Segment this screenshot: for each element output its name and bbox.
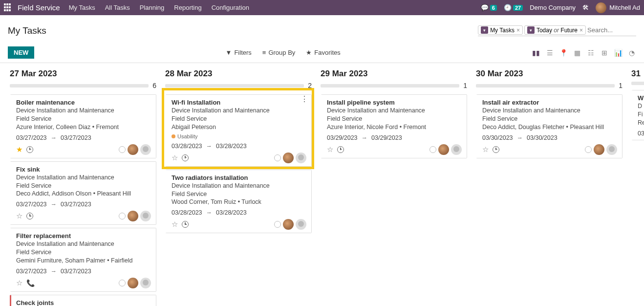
groupby-button[interactable]: ≡Group By	[262, 49, 296, 56]
nav-planning[interactable]: Planning	[140, 4, 165, 11]
phone-icon[interactable]: 📞	[26, 279, 35, 287]
search-input[interactable]	[587, 26, 636, 34]
state-circle-icon[interactable]	[429, 146, 436, 153]
task-card[interactable]: ⋮Wi-fi InstallationDevice Installation a…	[165, 94, 312, 167]
messages-button[interactable]: 💬 6	[481, 4, 497, 11]
filter-icon: ▾	[527, 26, 535, 34]
state-circle-icon[interactable]	[119, 213, 126, 219]
state-circle-icon[interactable]	[274, 221, 281, 228]
task-card[interactable]: Fix sinkDevice Installation and Maintena…	[10, 161, 156, 225]
priority-star-icon[interactable]	[172, 153, 178, 162]
card-line: Re	[638, 119, 641, 127]
nav-my-tasks[interactable]: My Tasks	[69, 4, 95, 11]
priority-star-icon[interactable]	[16, 145, 22, 154]
task-card[interactable]: Filter replacementDevice Installation an…	[10, 228, 156, 292]
task-card[interactable]: WDFiRe03→	[631, 90, 644, 140]
pivot-view-icon[interactable]: ⊞	[600, 48, 609, 57]
app-brand[interactable]: Field Service	[18, 3, 60, 12]
card-dates: 03/28/2023→03/28/2023	[172, 143, 306, 150]
activity-clock-icon[interactable]	[337, 146, 344, 153]
favorites-button[interactable]: ★Favorites	[306, 49, 340, 56]
user-menu[interactable]: Mitchell Ad	[596, 2, 640, 13]
priority-star-icon[interactable]	[16, 279, 22, 287]
state-circle-icon[interactable]	[585, 146, 592, 153]
apps-icon[interactable]	[4, 3, 13, 12]
column-progress-bar[interactable]	[476, 84, 615, 87]
task-card[interactable]: Two radiators installationDevice Install…	[165, 170, 312, 234]
priority-star-icon[interactable]	[16, 212, 22, 220]
user-avatar[interactable]	[451, 144, 462, 155]
chip-label: Today or Future	[537, 27, 578, 34]
card-dates: 03/27/2023→03/27/2023	[16, 201, 151, 208]
date-end: 03/29/2023	[371, 134, 402, 141]
card-line: Device Installation and Maintenance	[172, 107, 306, 115]
user-avatar[interactable]	[296, 153, 306, 163]
column-progress-bar[interactable]	[10, 84, 149, 87]
activity-clock-icon[interactable]	[26, 213, 33, 219]
column-date: 31	[631, 69, 644, 79]
state-circle-icon[interactable]	[274, 154, 281, 161]
activity-clock-icon[interactable]	[182, 221, 189, 228]
state-circle-icon[interactable]	[119, 146, 126, 153]
card-title: Two radiators installation	[172, 174, 306, 181]
task-card[interactable]: Boiler maintenanceDevice Installation an…	[10, 94, 156, 158]
activities-button[interactable]: 🕘 27	[504, 4, 523, 11]
filter-chip-my-tasks[interactable]: ▾ My Tasks ×	[478, 25, 523, 35]
activity-clock-icon[interactable]	[493, 146, 499, 153]
assignee-avatar[interactable]	[128, 278, 138, 288]
card-right-icons	[119, 211, 151, 221]
view-switcher: ▮▮ ☰ 📍 ▦ ☷ ⊞ 📊 ◔	[532, 48, 636, 57]
column-count: 1	[463, 82, 467, 89]
top-nav: Field Service My Tasks All Tasks Plannin…	[0, 0, 644, 15]
kanban-view-icon[interactable]: ▮▮	[532, 48, 540, 57]
map-view-icon[interactable]: 📍	[559, 48, 568, 57]
card-menu-icon[interactable]: ⋮	[301, 98, 308, 101]
card-footer	[172, 219, 306, 230]
user-avatar[interactable]	[140, 278, 151, 288]
list-view-icon[interactable]: ☰	[545, 48, 554, 57]
search-area[interactable]: ▾ My Tasks × ▾ Today or Future ×	[478, 25, 636, 36]
new-button[interactable]: NEW	[8, 46, 34, 59]
calendar-view-icon[interactable]: ▦	[573, 48, 581, 57]
user-avatar[interactable]	[296, 219, 306, 230]
nav-all-tasks[interactable]: All Tasks	[105, 4, 130, 11]
date-end: 03/27/2023	[61, 201, 91, 208]
column-progress-bar[interactable]	[631, 82, 644, 85]
assignee-avatar[interactable]	[128, 144, 138, 155]
state-circle-icon[interactable]	[119, 280, 126, 286]
user-avatar[interactable]	[606, 144, 617, 155]
assignee-avatar[interactable]	[283, 219, 294, 230]
chip-remove[interactable]: ×	[516, 27, 520, 34]
assignee-avatar[interactable]	[438, 144, 449, 155]
card-line: Field Service	[16, 248, 151, 257]
graph-view-icon[interactable]: 📊	[614, 48, 623, 57]
priority-star-icon[interactable]	[482, 145, 489, 154]
priority-star-icon[interactable]	[172, 220, 178, 229]
settings-button[interactable]: 🛠	[582, 4, 589, 11]
column-progress-bar[interactable]	[321, 84, 459, 87]
filter-chip-today-future[interactable]: ▾ Today or Future ×	[524, 25, 586, 35]
activity-clock-icon[interactable]	[182, 154, 189, 161]
task-card[interactable]: Install pipeline systemDevice Installati…	[321, 94, 467, 158]
nav-reporting[interactable]: Reporting	[174, 4, 201, 11]
column-date: 30 Mar 2023	[476, 69, 623, 79]
task-card[interactable]: Install air extractorDevice Installation…	[476, 94, 623, 158]
gantt-view-icon[interactable]: ☷	[586, 48, 595, 57]
nav-configuration[interactable]: Configuration	[212, 4, 249, 11]
chip-remove[interactable]: ×	[580, 27, 583, 34]
user-avatar[interactable]	[140, 144, 151, 155]
user-avatar[interactable]	[140, 211, 151, 221]
priority-star-icon[interactable]	[327, 145, 333, 154]
column-progress-bar[interactable]	[165, 84, 304, 87]
activity-clock-icon[interactable]	[26, 146, 33, 153]
task-card[interactable]: Check jointsDevice Installation and Main…	[10, 295, 156, 306]
kanban-column: 31WDFiRe03→	[631, 69, 644, 306]
company-selector[interactable]: Demo Company	[530, 4, 576, 11]
assignee-avatar[interactable]	[283, 153, 294, 163]
assignee-avatar[interactable]	[128, 211, 138, 221]
assignee-avatar[interactable]	[594, 144, 604, 155]
column-date: 28 Mar 2023	[165, 69, 312, 79]
card-title: Filter replacement	[16, 232, 151, 240]
activity-view-icon[interactable]: ◔	[627, 48, 636, 57]
filters-button[interactable]: ▼Filters	[226, 49, 252, 56]
